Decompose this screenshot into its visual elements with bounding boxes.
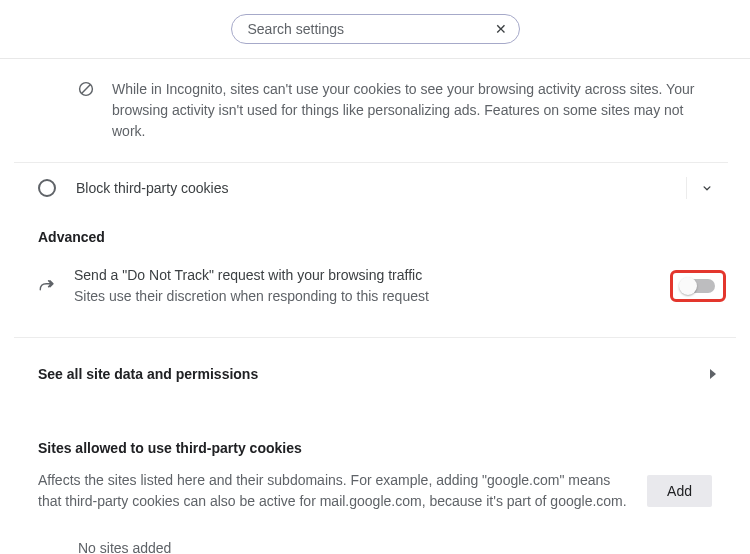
toggle-knob <box>679 277 697 295</box>
advanced-header: Advanced <box>14 213 736 259</box>
top-bar: ✕ <box>0 0 750 59</box>
do-not-track-toggle[interactable] <box>681 279 715 293</box>
toggle-highlight <box>670 270 726 302</box>
block-third-party-row[interactable]: Block third-party cookies <box>14 163 736 213</box>
see-all-site-data-row[interactable]: See all site data and permissions <box>14 337 736 398</box>
chevron-right-icon <box>710 369 716 379</box>
allowed-sites-title: Sites allowed to use third-party cookies <box>38 440 712 456</box>
do-not-track-subtitle: Sites use their discretion when respondi… <box>74 286 652 307</box>
allowed-sites-section: Sites allowed to use third-party cookies… <box>14 398 736 554</box>
search-input[interactable] <box>248 21 495 37</box>
add-site-button[interactable]: Add <box>647 475 712 507</box>
allowed-sites-desc-row: Affects the sites listed here and their … <box>38 470 712 512</box>
chevron-down-icon <box>700 181 714 195</box>
do-not-track-title: Send a "Do Not Track" request with your … <box>74 265 652 286</box>
allowed-sites-description: Affects the sites listed here and their … <box>38 470 627 512</box>
block-icon <box>78 81 94 97</box>
no-sites-added-text: No sites added <box>38 512 712 554</box>
search-field-wrap[interactable]: ✕ <box>231 14 520 44</box>
clear-search-icon[interactable]: ✕ <box>495 22 507 36</box>
svg-line-1 <box>82 85 91 94</box>
radio-icon[interactable] <box>38 179 56 197</box>
incognito-info-text: While in Incognito, sites can't use your… <box>112 79 728 142</box>
see-all-site-data-label: See all site data and permissions <box>38 366 710 382</box>
do-not-track-text: Send a "Do Not Track" request with your … <box>74 265 652 307</box>
incognito-info-row: While in Incognito, sites can't use your… <box>14 59 728 163</box>
settings-content: While in Incognito, sites can't use your… <box>0 59 750 554</box>
expand-button[interactable] <box>686 177 726 199</box>
do-not-track-row[interactable]: Send a "Do Not Track" request with your … <box>14 259 736 313</box>
block-third-party-label: Block third-party cookies <box>76 180 686 196</box>
redirect-arrow-icon <box>38 279 56 293</box>
